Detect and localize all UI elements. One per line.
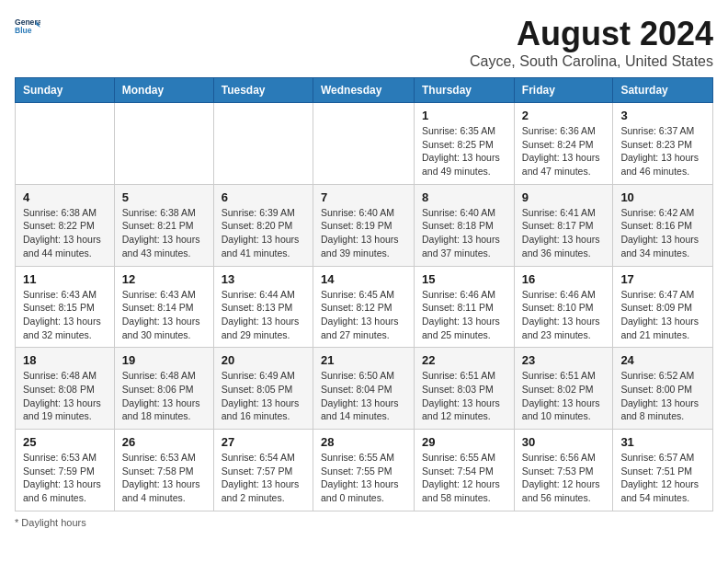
logo-icon: General Blue: [15, 15, 40, 40]
day-info: Sunrise: 6:38 AM Sunset: 8:22 PM Dayligh…: [23, 206, 107, 260]
day-info: Sunrise: 6:51 AM Sunset: 8:03 PM Dayligh…: [422, 369, 506, 423]
day-number: 4: [23, 190, 107, 204]
day-number: 13: [222, 272, 305, 286]
day-number: 26: [122, 435, 206, 449]
day-info: Sunrise: 6:55 AM Sunset: 7:55 PM Dayligh…: [321, 451, 406, 505]
day-number: 1: [422, 109, 506, 122]
calendar-day-cell: 5Sunrise: 6:38 AM Sunset: 8:21 PM Daylig…: [114, 184, 213, 266]
day-info: Sunrise: 6:47 AM Sunset: 8:09 PM Dayligh…: [620, 288, 705, 342]
calendar-day-cell: 24Sunrise: 6:52 AM Sunset: 8:00 PM Dayli…: [613, 348, 713, 430]
month-year-title: August 2024: [470, 15, 713, 53]
calendar-day-cell: 6Sunrise: 6:39 AM Sunset: 8:20 PM Daylig…: [213, 184, 313, 266]
title-area: August 2024 Cayce, South Carolina, Unite…: [470, 15, 713, 70]
day-info: Sunrise: 6:36 AM Sunset: 8:24 PM Dayligh…: [522, 124, 606, 178]
day-info: Sunrise: 6:42 AM Sunset: 8:16 PM Dayligh…: [620, 206, 705, 260]
day-number: 17: [620, 272, 705, 286]
weekday-header-tuesday: Tuesday: [213, 78, 313, 103]
calendar-day-cell: 31Sunrise: 6:57 AM Sunset: 7:51 PM Dayli…: [613, 430, 713, 511]
weekday-header-saturday: Saturday: [613, 78, 713, 103]
day-info: Sunrise: 6:46 AM Sunset: 8:10 PM Dayligh…: [522, 288, 606, 342]
weekday-header-wednesday: Wednesday: [313, 78, 414, 103]
calendar-day-cell: 16Sunrise: 6:46 AM Sunset: 8:10 PM Dayli…: [514, 266, 613, 348]
calendar-day-cell: 25Sunrise: 6:53 AM Sunset: 7:59 PM Dayli…: [16, 430, 115, 511]
calendar-table: SundayMondayTuesdayWednesdayThursdayFrid…: [15, 77, 713, 511]
weekday-header-friday: Friday: [514, 78, 613, 103]
day-number: 23: [522, 353, 606, 367]
day-info: Sunrise: 6:53 AM Sunset: 7:58 PM Dayligh…: [122, 451, 206, 505]
day-number: 3: [620, 109, 705, 122]
day-info: Sunrise: 6:51 AM Sunset: 8:02 PM Dayligh…: [522, 369, 606, 423]
day-info: Sunrise: 6:50 AM Sunset: 8:04 PM Dayligh…: [321, 369, 406, 423]
calendar-week-row: 1Sunrise: 6:35 AM Sunset: 8:25 PM Daylig…: [16, 103, 713, 185]
calendar-day-cell: 22Sunrise: 6:51 AM Sunset: 8:03 PM Dayli…: [415, 348, 515, 430]
calendar-day-cell: 27Sunrise: 6:54 AM Sunset: 7:57 PM Dayli…: [213, 430, 313, 511]
day-number: 5: [122, 190, 206, 204]
day-info: Sunrise: 6:49 AM Sunset: 8:05 PM Dayligh…: [222, 369, 305, 423]
day-number: 31: [620, 435, 705, 449]
calendar-week-row: 18Sunrise: 6:48 AM Sunset: 8:08 PM Dayli…: [16, 348, 713, 430]
day-info: Sunrise: 6:55 AM Sunset: 7:54 PM Dayligh…: [422, 451, 506, 505]
day-number: 27: [222, 435, 305, 449]
day-info: Sunrise: 6:44 AM Sunset: 8:13 PM Dayligh…: [222, 288, 305, 342]
day-info: Sunrise: 6:45 AM Sunset: 8:12 PM Dayligh…: [321, 288, 406, 342]
calendar-day-cell: 11Sunrise: 6:43 AM Sunset: 8:15 PM Dayli…: [16, 266, 115, 348]
weekday-header-sunday: Sunday: [16, 78, 115, 103]
calendar-day-cell: 21Sunrise: 6:50 AM Sunset: 8:04 PM Dayli…: [313, 348, 414, 430]
day-number: 6: [222, 190, 305, 204]
day-number: 30: [522, 435, 606, 449]
weekday-header-thursday: Thursday: [415, 78, 515, 103]
day-number: 11: [23, 272, 107, 286]
calendar-day-cell: 19Sunrise: 6:48 AM Sunset: 8:06 PM Dayli…: [114, 348, 213, 430]
day-number: 21: [321, 353, 406, 367]
day-info: Sunrise: 6:48 AM Sunset: 8:06 PM Dayligh…: [122, 369, 206, 423]
calendar-day-cell: 4Sunrise: 6:38 AM Sunset: 8:22 PM Daylig…: [16, 184, 115, 266]
day-number: 29: [422, 435, 506, 449]
calendar-day-cell: 18Sunrise: 6:48 AM Sunset: 8:08 PM Dayli…: [16, 348, 115, 430]
day-number: 28: [321, 435, 406, 449]
calendar-day-cell: 10Sunrise: 6:42 AM Sunset: 8:16 PM Dayli…: [613, 184, 713, 266]
day-number: 15: [422, 272, 506, 286]
day-number: 2: [522, 109, 606, 122]
calendar-day-cell: 20Sunrise: 6:49 AM Sunset: 8:05 PM Dayli…: [213, 348, 313, 430]
calendar-day-cell: 17Sunrise: 6:47 AM Sunset: 8:09 PM Dayli…: [613, 266, 713, 348]
calendar-day-cell: 26Sunrise: 6:53 AM Sunset: 7:58 PM Dayli…: [114, 430, 213, 511]
svg-text:Blue: Blue: [15, 26, 32, 35]
calendar-day-cell: 9Sunrise: 6:41 AM Sunset: 8:17 PM Daylig…: [514, 184, 613, 266]
calendar-week-row: 25Sunrise: 6:53 AM Sunset: 7:59 PM Dayli…: [16, 430, 713, 511]
day-info: Sunrise: 6:38 AM Sunset: 8:21 PM Dayligh…: [122, 206, 206, 260]
day-number: 12: [122, 272, 206, 286]
day-number: 14: [321, 272, 406, 286]
day-info: Sunrise: 6:37 AM Sunset: 8:23 PM Dayligh…: [620, 124, 705, 178]
calendar-day-cell: [114, 103, 213, 185]
calendar-day-cell: 2Sunrise: 6:36 AM Sunset: 8:24 PM Daylig…: [514, 103, 613, 185]
calendar-week-row: 4Sunrise: 6:38 AM Sunset: 8:22 PM Daylig…: [16, 184, 713, 266]
calendar-day-cell: 15Sunrise: 6:46 AM Sunset: 8:11 PM Dayli…: [415, 266, 515, 348]
day-info: Sunrise: 6:41 AM Sunset: 8:17 PM Dayligh…: [522, 206, 606, 260]
day-info: Sunrise: 6:39 AM Sunset: 8:20 PM Dayligh…: [222, 206, 305, 260]
weekday-header-monday: Monday: [114, 78, 213, 103]
calendar-day-cell: 30Sunrise: 6:56 AM Sunset: 7:53 PM Dayli…: [514, 430, 613, 511]
day-number: 8: [422, 190, 506, 204]
day-info: Sunrise: 6:43 AM Sunset: 8:14 PM Dayligh…: [122, 288, 206, 342]
footer-daylight-label: Daylight hours: [21, 517, 85, 528]
calendar-day-cell: 8Sunrise: 6:40 AM Sunset: 8:18 PM Daylig…: [415, 184, 515, 266]
day-number: 9: [522, 190, 606, 204]
day-number: 16: [522, 272, 606, 286]
calendar-day-cell: 13Sunrise: 6:44 AM Sunset: 8:13 PM Dayli…: [213, 266, 313, 348]
footer-note: * Daylight hours: [15, 517, 713, 528]
day-number: 25: [23, 435, 107, 449]
calendar-day-cell: 3Sunrise: 6:37 AM Sunset: 8:23 PM Daylig…: [613, 103, 713, 185]
day-info: Sunrise: 6:35 AM Sunset: 8:25 PM Dayligh…: [422, 124, 506, 178]
logo: General Blue: [15, 15, 40, 40]
calendar-day-cell: 7Sunrise: 6:40 AM Sunset: 8:19 PM Daylig…: [313, 184, 414, 266]
day-number: 10: [620, 190, 705, 204]
calendar-day-cell: [16, 103, 115, 185]
location-subtitle: Cayce, South Carolina, United States: [470, 53, 713, 70]
day-info: Sunrise: 6:57 AM Sunset: 7:51 PM Dayligh…: [620, 451, 705, 505]
calendar-day-cell: [313, 103, 414, 185]
day-info: Sunrise: 6:54 AM Sunset: 7:57 PM Dayligh…: [222, 451, 305, 505]
day-info: Sunrise: 6:56 AM Sunset: 7:53 PM Dayligh…: [522, 451, 606, 505]
day-info: Sunrise: 6:52 AM Sunset: 8:00 PM Dayligh…: [620, 369, 705, 423]
calendar-day-cell: 28Sunrise: 6:55 AM Sunset: 7:55 PM Dayli…: [313, 430, 414, 511]
calendar-day-cell: 14Sunrise: 6:45 AM Sunset: 8:12 PM Dayli…: [313, 266, 414, 348]
